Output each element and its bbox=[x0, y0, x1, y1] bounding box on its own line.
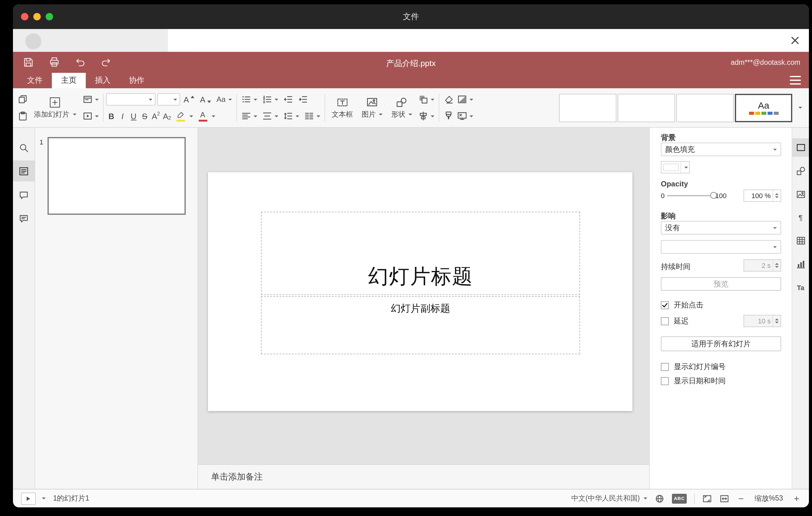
tab-table-settings[interactable] bbox=[792, 231, 809, 250]
copy-style-button[interactable] bbox=[442, 109, 455, 123]
slide-layout-button[interactable] bbox=[81, 93, 100, 106]
apply-to-all-slides-button[interactable]: 适用于所有幻灯片 bbox=[661, 336, 781, 351]
delay-checkbox-row[interactable]: 延迟 bbox=[661, 316, 689, 326]
add-slide-button[interactable]: 添加幻灯片 bbox=[30, 96, 81, 119]
vertical-align-button[interactable] bbox=[260, 109, 280, 123]
checkbox-unchecked[interactable] bbox=[661, 317, 669, 325]
font-name-select[interactable] bbox=[106, 93, 155, 106]
bullet-list-button[interactable] bbox=[239, 93, 259, 106]
show-slide-number-row[interactable]: 显示幻灯片编号 bbox=[661, 362, 726, 372]
spinner-arrows[interactable] bbox=[773, 190, 781, 201]
underline-button[interactable]: U bbox=[128, 109, 139, 123]
hamburger-menu-icon[interactable] bbox=[790, 76, 801, 85]
horizontal-align-button[interactable] bbox=[239, 109, 259, 123]
tab-home[interactable]: 主页 bbox=[52, 73, 86, 88]
start-on-click-checkbox-row[interactable]: 开始点击 bbox=[661, 300, 703, 311]
start-slideshow-status-button[interactable] bbox=[21, 492, 36, 505]
chevron-down-icon[interactable] bbox=[42, 497, 46, 499]
theme-tile[interactable] bbox=[676, 93, 734, 122]
print-icon[interactable] bbox=[49, 57, 60, 68]
insert-textbox-button[interactable]: 文本框 bbox=[327, 96, 357, 119]
duration-spinner[interactable]: 2 s bbox=[744, 259, 781, 271]
save-icon[interactable] bbox=[23, 57, 34, 68]
effect-select[interactable]: 没有 bbox=[661, 221, 781, 234]
copy-button[interactable] bbox=[16, 93, 30, 106]
sidebar-item-comments[interactable] bbox=[13, 184, 34, 205]
align-shapes-button[interactable] bbox=[416, 109, 436, 123]
strikeout-button[interactable]: S bbox=[139, 109, 150, 123]
arrange-shapes-button[interactable] bbox=[416, 93, 436, 106]
tab-shape-settings[interactable] bbox=[792, 162, 809, 180]
color-scheme-button[interactable] bbox=[455, 93, 475, 106]
italic-button[interactable]: I bbox=[117, 109, 128, 123]
numbered-list-button[interactable] bbox=[260, 93, 280, 106]
superscript-button[interactable]: A2 bbox=[150, 109, 161, 123]
checkbox-unchecked[interactable] bbox=[661, 363, 669, 371]
close-icon[interactable] bbox=[789, 34, 801, 46]
start-slideshow-button[interactable] bbox=[81, 109, 100, 123]
bold-button[interactable]: B bbox=[106, 109, 117, 123]
slide-canvas[interactable]: 幻灯片标题 幻灯片副标题 bbox=[198, 128, 649, 464]
paste-button[interactable] bbox=[16, 109, 30, 123]
tab-file[interactable]: 文件 bbox=[18, 73, 52, 88]
spinner-arrows[interactable] bbox=[773, 260, 781, 271]
show-date-time-row[interactable]: 显示日期和时间 bbox=[661, 376, 726, 386]
tab-paragraph-settings[interactable]: ¶ bbox=[792, 209, 809, 227]
spinner-arrows[interactable] bbox=[773, 315, 781, 326]
slide-thumbnail[interactable] bbox=[48, 137, 186, 215]
minimize-traffic-light[interactable] bbox=[33, 13, 41, 20]
tab-textart-settings[interactable]: Ta bbox=[792, 278, 809, 297]
language-select[interactable]: 中文(中华人民共和国) bbox=[571, 494, 647, 503]
tab-slide-settings[interactable] bbox=[792, 138, 809, 157]
spellcheck-button[interactable]: ABC bbox=[672, 493, 687, 503]
clear-style-button[interactable] bbox=[442, 93, 455, 106]
increase-indent-button[interactable] bbox=[296, 93, 310, 106]
globe-icon[interactable] bbox=[655, 493, 665, 503]
tab-image-settings[interactable] bbox=[792, 185, 809, 204]
checkbox-checked[interactable] bbox=[661, 301, 669, 309]
zoom-out-button[interactable]: − bbox=[737, 493, 745, 504]
theme-tile-selected[interactable]: Aa bbox=[735, 93, 792, 122]
highlight-color-button[interactable] bbox=[172, 109, 195, 123]
effect-option-select[interactable] bbox=[661, 240, 781, 254]
redo-icon[interactable] bbox=[100, 57, 112, 68]
title-placeholder[interactable]: 幻灯片标题 bbox=[261, 212, 580, 295]
slide[interactable]: 幻灯片标题 幻灯片副标题 bbox=[208, 172, 633, 411]
notes-area[interactable]: 单击添加备注 bbox=[198, 464, 649, 489]
increase-font-button[interactable]: A bbox=[182, 93, 196, 106]
fit-slide-icon[interactable] bbox=[702, 493, 712, 503]
opacity-spinner[interactable]: 100 % bbox=[744, 190, 781, 202]
sidebar-item-slides[interactable] bbox=[13, 161, 34, 181]
theme-tile[interactable] bbox=[559, 93, 616, 122]
theme-gallery-expand-button[interactable] bbox=[793, 93, 806, 122]
slide-size-button[interactable] bbox=[455, 109, 475, 123]
sidebar-item-chat[interactable] bbox=[13, 208, 34, 229]
change-case-button[interactable]: Aa bbox=[215, 93, 234, 106]
checkbox-unchecked[interactable] bbox=[661, 377, 669, 385]
sidebar-item-search[interactable] bbox=[13, 137, 34, 158]
slider-track[interactable] bbox=[667, 195, 714, 196]
opacity-slider[interactable]: 0 100 bbox=[661, 190, 742, 202]
fill-type-select[interactable]: 颜色填充 bbox=[661, 143, 781, 156]
preview-button[interactable]: 预览 bbox=[661, 277, 781, 291]
tab-chart-settings[interactable] bbox=[792, 255, 809, 274]
subscript-button[interactable]: A2 bbox=[161, 109, 172, 123]
theme-tile[interactable] bbox=[618, 93, 675, 122]
undo-icon[interactable] bbox=[75, 57, 86, 68]
decrease-indent-button[interactable] bbox=[281, 93, 295, 106]
insert-shape-button[interactable]: 形状 bbox=[387, 96, 416, 119]
zoom-in-button[interactable]: + bbox=[792, 493, 801, 504]
font-size-select[interactable] bbox=[157, 93, 180, 106]
fullscreen-traffic-light[interactable] bbox=[46, 13, 53, 20]
columns-button[interactable] bbox=[302, 109, 322, 123]
line-spacing-button[interactable] bbox=[281, 109, 301, 123]
tab-insert[interactable]: 插入 bbox=[86, 73, 120, 88]
insert-image-button[interactable]: 图片 bbox=[357, 96, 387, 119]
close-traffic-light[interactable] bbox=[21, 13, 28, 20]
tab-collaborate[interactable]: 协作 bbox=[120, 73, 154, 88]
decrease-font-button[interactable]: A bbox=[198, 93, 212, 106]
font-color-button[interactable]: A bbox=[195, 109, 217, 123]
delay-spinner[interactable]: 10 s bbox=[744, 315, 781, 327]
fit-width-icon[interactable] bbox=[720, 493, 729, 503]
subtitle-placeholder[interactable]: 幻灯片副标题 bbox=[261, 296, 580, 354]
